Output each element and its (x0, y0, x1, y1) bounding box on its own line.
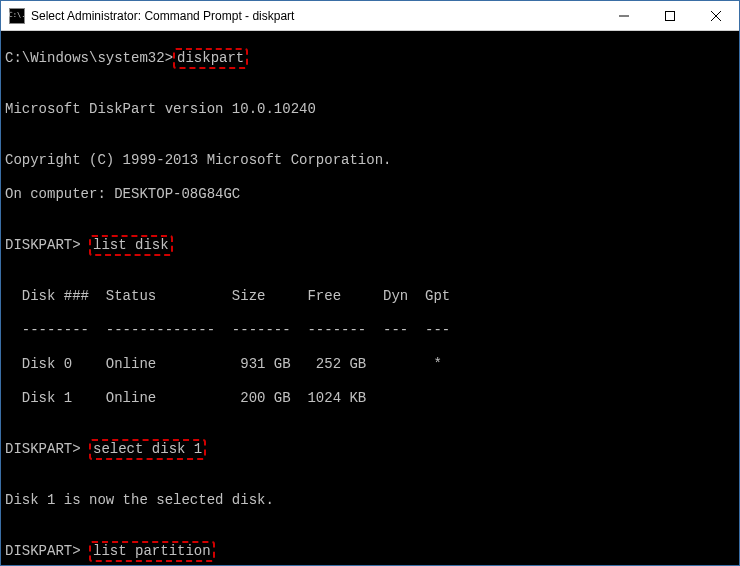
close-icon (711, 11, 721, 21)
terminal-line: DISKPART> list partition (5, 543, 739, 560)
highlighted-command: list disk (89, 235, 173, 256)
window-controls (601, 1, 739, 30)
cmd-icon: C:\. (9, 8, 25, 24)
terminal-line: Disk 1 Online 200 GB 1024 KB (5, 390, 739, 407)
highlighted-command: select disk 1 (89, 439, 206, 460)
terminal-line: On computer: DESKTOP-08G84GC (5, 186, 739, 203)
window-title: Select Administrator: Command Prompt - d… (31, 9, 601, 23)
terminal-line: Microsoft DiskPart version 10.0.10240 (5, 101, 739, 118)
maximize-button[interactable] (647, 1, 693, 30)
diskpart-prompt: DISKPART> (5, 543, 89, 559)
terminal-line: Disk ### Status Size Free Dyn Gpt (5, 288, 739, 305)
diskpart-prompt: DISKPART> (5, 441, 89, 457)
diskpart-prompt: DISKPART> (5, 237, 89, 253)
terminal-line: Copyright (C) 1999-2013 Microsoft Corpor… (5, 152, 739, 169)
terminal-line: Disk 0 Online 931 GB 252 GB * (5, 356, 739, 373)
prompt-path: C:\Windows\system32> (5, 50, 173, 66)
maximize-icon (665, 11, 675, 21)
minimize-button[interactable] (601, 1, 647, 30)
terminal-line: DISKPART> list disk (5, 237, 739, 254)
terminal-output[interactable]: C:\Windows\system32>diskpart Microsoft D… (1, 31, 739, 565)
command-prompt-window: C:\. Select Administrator: Command Promp… (0, 0, 740, 566)
terminal-line: -------- ------------- ------- ------- -… (5, 322, 739, 339)
terminal-line: DISKPART> select disk 1 (5, 441, 739, 458)
cmd-icon-text: C:\. (9, 12, 26, 19)
minimize-icon (619, 11, 629, 21)
titlebar[interactable]: C:\. Select Administrator: Command Promp… (1, 1, 739, 31)
highlighted-command: diskpart (173, 48, 248, 69)
terminal-line: C:\Windows\system32>diskpart (5, 50, 739, 67)
svg-rect-1 (666, 11, 675, 20)
terminal-line: Disk 1 is now the selected disk. (5, 492, 739, 509)
highlighted-command: list partition (89, 541, 215, 562)
close-button[interactable] (693, 1, 739, 30)
